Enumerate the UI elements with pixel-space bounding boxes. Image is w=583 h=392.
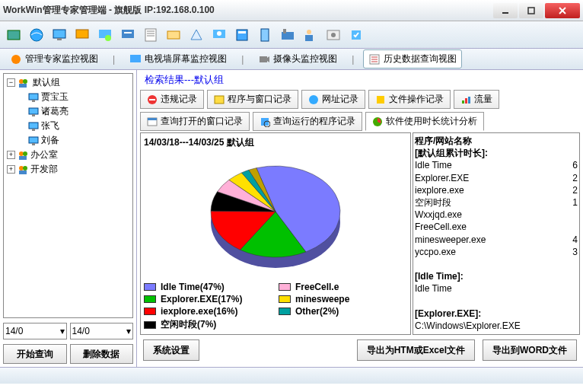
tool-icon-7[interactable] (140, 24, 161, 46)
svg-rect-44 (19, 156, 27, 160)
list-item[interactable]: FreeCell.exe (415, 221, 578, 233)
svg-rect-50 (215, 96, 224, 104)
list-item[interactable]: minesweeper.exe4 (415, 234, 578, 246)
main-toolbar (0, 21, 583, 49)
rtab-window-query[interactable]: 查询打开的窗口记录 (140, 112, 250, 131)
tab-monitor[interactable]: 管理专家监控视图 (5, 49, 104, 69)
rtab-program[interactable]: 程序与窗口记录 (207, 90, 298, 109)
titlebar: WorkWin管理专家管理端 - 旗舰版 IP:192.168.0.100 (0, 0, 583, 21)
chevron-down-icon[interactable]: ▾ (126, 326, 131, 336)
list-section: [Idle Time]: (415, 270, 578, 282)
list-item[interactable]: iexplore.exe2 (415, 184, 578, 196)
export-htm-button[interactable]: 导出为HTM或Excel文件 (357, 339, 475, 361)
close-button[interactable] (545, 3, 580, 18)
client-tree[interactable]: −默认组 贾宝玉 诸葛亮 张飞 刘备 +办公室 +开发部 (3, 73, 133, 318)
svg-rect-36 (29, 108, 38, 114)
tool-icon-16[interactable] (346, 24, 367, 46)
svg-point-16 (217, 31, 221, 36)
svg-point-5 (30, 29, 43, 41)
tree-group-office[interactable]: +办公室 (5, 148, 131, 162)
svg-rect-8 (76, 30, 88, 38)
date-to[interactable]: ▾ (70, 323, 134, 339)
tool-icon-8[interactable] (163, 24, 184, 46)
svg-point-46 (23, 166, 27, 171)
tab-camera[interactable]: 摄像头监控视图 (253, 49, 342, 69)
svg-point-25 (331, 33, 336, 37)
rtab-program-query[interactable]: 查询运行的程序记录 (253, 112, 362, 131)
tree-group-default[interactable]: −默认组 (5, 75, 131, 90)
tree-client-2[interactable]: 诸葛亮 (27, 104, 131, 119)
list-item[interactable]: Idle Time (415, 282, 578, 295)
export-word-button[interactable]: 导出到WORD文件 (483, 339, 577, 361)
svg-rect-1 (528, 8, 534, 14)
chevron-down-icon[interactable]: ▾ (60, 326, 65, 336)
tool-icon-12[interactable] (254, 24, 276, 46)
tool-icon-13[interactable] (277, 24, 298, 46)
svg-point-27 (11, 55, 21, 64)
legend-item: minesweepe (279, 294, 407, 304)
svg-rect-38 (29, 123, 38, 129)
expand-icon[interactable]: + (7, 151, 15, 159)
tree-client-3[interactable]: 张飞 (27, 119, 131, 133)
minimize-button[interactable] (493, 3, 518, 18)
rtab-usage[interactable]: 软件使用时长统计分析 (365, 112, 484, 131)
maximize-button[interactable] (519, 3, 543, 18)
program-list[interactable]: 程序/网站名称 [默认组累计时长]: Idle Time6 Explorer.E… (413, 132, 580, 335)
rtab-file[interactable]: 文件操作记录 (368, 90, 451, 109)
collapse-icon[interactable]: − (7, 78, 15, 87)
tree-group-dev[interactable]: +开发部 (5, 162, 131, 177)
tool-icon-10[interactable] (209, 24, 230, 46)
tool-icon-15[interactable] (323, 24, 344, 46)
svg-rect-33 (19, 84, 27, 88)
list-item[interactable]: Explorer.EXE2 (415, 172, 578, 184)
record-tabs-row1: 违规记录 程序与窗口记录 网址记录 文件操作记录 流量 (140, 90, 580, 109)
list-item[interactable]: yccpo.exe3 (415, 246, 578, 258)
tab-tvwall[interactable]: 电视墙屏幕监控视图 (124, 49, 232, 69)
legend-item: Explorer.EXE(17%) (144, 294, 272, 304)
legend-item: iexplore.exe(16%) (144, 306, 272, 317)
rtab-url[interactable]: 网址记录 (301, 90, 365, 109)
date-from-input[interactable] (5, 326, 60, 336)
tool-icon-3[interactable] (49, 24, 70, 46)
legend-item: FreeCell.e (279, 282, 407, 292)
tab-history[interactable]: 历史数据查询视图 (363, 49, 462, 69)
tool-icon-5[interactable] (94, 24, 116, 46)
list-item[interactable]: C:\Windows\Explorer.EXE (415, 320, 578, 332)
svg-rect-14 (167, 31, 180, 39)
settings-button[interactable]: 系统设置 (143, 339, 199, 361)
svg-rect-29 (260, 56, 267, 62)
pie-chart (144, 152, 407, 279)
svg-rect-12 (124, 32, 132, 33)
svg-rect-39 (32, 129, 35, 131)
date-from[interactable]: ▾ (3, 323, 67, 339)
rtab-violation[interactable]: 违规记录 (140, 90, 204, 109)
rtab-flow[interactable]: 流量 (454, 90, 499, 109)
tool-icon-1[interactable] (3, 24, 24, 46)
list-item[interactable]: Wxxjqd.exe (415, 209, 578, 221)
svg-rect-49 (149, 99, 155, 100)
list-item[interactable]: 空闲时段1 (415, 196, 578, 209)
svg-rect-57 (148, 118, 157, 120)
svg-rect-40 (29, 137, 38, 143)
svg-point-10 (105, 35, 111, 41)
tool-icon-14[interactable] (300, 24, 321, 46)
tree-client-1[interactable]: 贾宝玉 (27, 90, 131, 104)
content-area: 检索结果---默认组 违规记录 程序与窗口记录 网址记录 文件操作记录 流量 查… (137, 70, 583, 367)
tool-icon-4[interactable] (72, 24, 93, 46)
list-item[interactable]: Idle Time6 (415, 159, 578, 171)
tool-icon-11[interactable] (231, 24, 253, 46)
tool-icon-9[interactable] (186, 24, 207, 46)
svg-rect-7 (57, 38, 62, 40)
tool-icon-2[interactable] (26, 24, 47, 46)
query-button[interactable]: 开始查询 (3, 344, 67, 364)
svg-rect-52 (377, 96, 384, 104)
record-tabs-row2: 查询打开的窗口记录 查询运行的程序记录 软件使用时长统计分析 (140, 112, 580, 131)
list-section: [Explorer.EXE]: (415, 308, 578, 320)
expand-icon[interactable]: + (7, 165, 15, 174)
delete-button[interactable]: 删除数据 (70, 344, 134, 364)
svg-rect-11 (122, 30, 134, 38)
svg-rect-4 (8, 30, 20, 40)
tree-client-4[interactable]: 刘备 (27, 133, 131, 148)
date-to-input[interactable] (72, 326, 127, 336)
tool-icon-6[interactable] (117, 24, 139, 46)
